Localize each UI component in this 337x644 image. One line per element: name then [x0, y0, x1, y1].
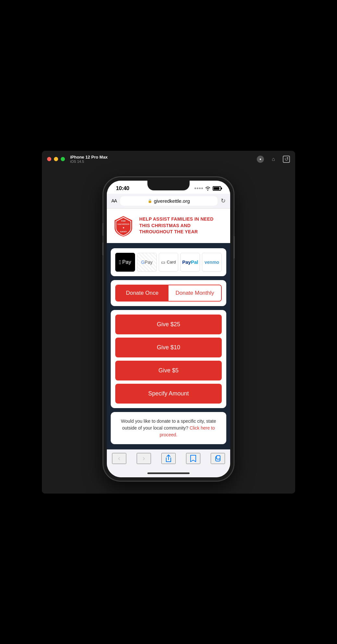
signal-dot-4 [201, 187, 203, 189]
specify-amount-button[interactable]: Specify Amount [115, 384, 222, 404]
share-icon [165, 455, 172, 462]
bookmarks-icon [190, 455, 197, 462]
svg-text:✦: ✦ [122, 226, 125, 229]
svg-rect-7 [217, 456, 220, 459]
iphone-shell: 10:40 [104, 177, 233, 481]
signal-dot-1 [194, 187, 196, 189]
minimize-dot[interactable] [54, 157, 58, 161]
fullscreen-dot[interactable] [61, 157, 65, 161]
status-time: 10:40 [116, 185, 129, 192]
volume-down-button[interactable] [102, 242, 104, 255]
city-card: Would you like to donate to a specific c… [111, 412, 226, 444]
refresh-icon[interactable]: ↻ [221, 197, 226, 204]
give-10-button[interactable]: Give $10 [115, 338, 222, 357]
power-button[interactable] [233, 236, 235, 259]
google-pay-button[interactable]: GPay [137, 253, 157, 272]
card-button[interactable]: ▭ Card [159, 253, 179, 272]
status-right-icons [194, 186, 221, 191]
battery-fill [214, 187, 219, 190]
donate-toggle-card: Donate Once Donate Monthly [111, 280, 226, 306]
mac-toolbar-icons: ● ⌂ ↺ [257, 156, 290, 163]
close-dot[interactable] [47, 157, 51, 161]
donate-toggle: Donate Once Donate Monthly [115, 285, 222, 302]
browser-bar: AA 🔒 giveredkettle.org ↻ [107, 194, 230, 209]
apple-pay-button[interactable]:  Pay [115, 253, 135, 272]
safari-bottom-bar: ‹ › [107, 449, 230, 470]
browser-share-button[interactable] [161, 453, 176, 464]
home-indicator [107, 470, 230, 477]
browser-forward-button[interactable]: › [137, 453, 151, 464]
give-5-button[interactable]: Give $5 [115, 361, 222, 380]
svg-text:THE: THE [121, 220, 126, 222]
payment-methods-row:  Pay GPay [115, 253, 222, 272]
signal-dot-2 [197, 187, 198, 189]
browser-back-button[interactable]: ‹ [112, 453, 126, 464]
notch [147, 181, 190, 190]
salvation-army-logo: THE SALVATION ✦ ARMY [112, 214, 135, 237]
url-bar[interactable]: 🔒 giveredkettle.org [120, 196, 218, 206]
apple-logo-icon:  [119, 259, 121, 265]
main-area:  Pay GPay [107, 243, 230, 449]
record-icon[interactable]: ● [257, 156, 264, 163]
google-pay-label: GPay [141, 260, 153, 265]
card-label: Card [167, 260, 176, 264]
page-content: THE SALVATION ✦ ARMY Help Assist Familie… [107, 209, 230, 449]
card-icon: ▭ [161, 260, 165, 265]
browser-bookmarks-button[interactable] [186, 453, 200, 464]
give-25-button[interactable]: Give $25 [115, 315, 222, 334]
mac-dots [47, 157, 65, 161]
svg-text:SALVATION: SALVATION [118, 223, 130, 225]
url-text: giveredkettle.org [154, 198, 190, 204]
signal-dot-3 [199, 187, 201, 189]
signal-dots [194, 187, 203, 189]
volume-up-button[interactable] [102, 223, 104, 236]
simulator-frame: iPhone 12 Pro Max iOS 14.5 ● ⌂ ↺ [42, 151, 295, 494]
apple-pay-label: Pay [122, 259, 131, 265]
venmo-button[interactable]: venmo [202, 253, 222, 272]
mac-titlebar: iPhone 12 Pro Max iOS 14.5 ● ⌂ ↺ [42, 151, 295, 168]
venmo-label: venmo [205, 260, 219, 265]
text-size-button[interactable]: AA [111, 198, 117, 203]
browser-tabs-button[interactable] [211, 453, 225, 464]
simulator-title: iPhone 12 Pro Max iOS 14.5 [70, 155, 108, 163]
paypal-button[interactable]: PayPal [180, 253, 200, 272]
home-icon[interactable]: ⌂ [270, 156, 277, 163]
lock-icon: 🔒 [148, 199, 152, 203]
page-header: THE SALVATION ✦ ARMY Help Assist Familie… [107, 209, 230, 243]
svg-text:ARMY: ARMY [120, 230, 127, 233]
simulator-content: 10:40 [42, 168, 295, 494]
outer-wrapper: iPhone 12 Pro Max iOS 14.5 ● ⌂ ↺ [42, 151, 295, 494]
battery-icon [213, 186, 221, 191]
iphone-screen: 10:40 [107, 181, 230, 477]
amount-card: Give $25 Give $10 Give $5 Specify Amount [111, 310, 226, 408]
donate-once-button[interactable]: Donate Once [116, 285, 168, 301]
rotate-icon[interactable]: ↺ [283, 156, 290, 163]
home-bar [147, 472, 190, 474]
wifi-icon [205, 186, 211, 191]
donate-monthly-button[interactable]: Donate Monthly [168, 285, 221, 301]
city-text: Would you like to donate to a specific c… [116, 418, 221, 438]
header-tagline: Help Assist Families In Need This Christ… [139, 216, 225, 235]
paypal-label: PayPal [182, 259, 198, 265]
tabs-icon [214, 455, 221, 462]
payment-methods-card:  Pay GPay [111, 248, 226, 276]
